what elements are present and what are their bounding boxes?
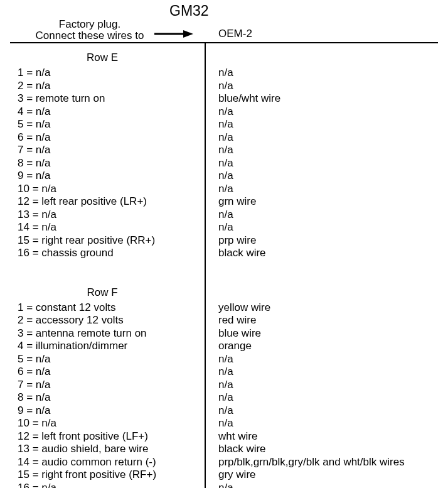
pin-description: 2 = accessory 12 volts (18, 314, 205, 327)
pin-description: 15 = right rear positive (RR+) (18, 234, 205, 247)
table-row: 16 = chassis groundblack wire (18, 247, 448, 260)
pin-description: 12 = left rear positive (LR+) (18, 195, 205, 209)
oem-value: orange (205, 340, 252, 353)
page-title: GM32 (169, 3, 209, 19)
factory-plug-label: Factory plug. Connect these wires to (24, 19, 156, 41)
oem-value: n/a (205, 353, 233, 366)
pin-description: 6 = n/a (18, 131, 205, 144)
pin-description: 1 = constant 12 volts (18, 301, 205, 315)
oem-value: n/a (205, 170, 233, 183)
table-row: 10 = n/an/a (18, 417, 448, 430)
table-row: 8 = n/an/a (18, 157, 448, 170)
table-row: 1 = n/an/a (18, 67, 448, 80)
oem-value: n/a (205, 80, 233, 93)
oem-value: wht wire (205, 430, 257, 443)
pin-description: 7 = n/a (18, 144, 205, 157)
table-row: 14 = audio common return (-)prp/blk,grn/… (18, 456, 448, 469)
pin-description: 14 = audio common return (-) (18, 456, 205, 469)
oem-value: n/a (205, 157, 233, 170)
table-row: 12 = left front positive (LF+)wht wire (18, 430, 448, 443)
pin-description: 16 = chassis ground (18, 247, 205, 260)
oem-value: blue wire (205, 327, 261, 340)
table-row: 6 = n/an/a (18, 366, 448, 379)
oem-value: black wire (205, 443, 266, 456)
factory-line1: Factory plug. (59, 18, 120, 30)
pin-description: 15 = right front positive (RF+) (18, 469, 205, 482)
oem-value: n/a (205, 379, 233, 392)
pin-description: 8 = n/a (18, 157, 205, 170)
table-row: 15 = right front positive (RF+)gry wire (18, 469, 448, 482)
table-row: 15 = right rear positive (RR+)prp wire (18, 234, 448, 247)
pin-description: 10 = n/a (18, 417, 205, 430)
table-row: 14 = n/an/a (18, 221, 448, 234)
table-row: 4 = n/an/a (18, 106, 448, 119)
pin-description: 3 = antenna remote turn on (18, 327, 205, 340)
pin-description: 16 = n/a (18, 482, 205, 489)
pin-description: 13 = audio shield, bare wire (18, 443, 205, 456)
table-row: 5 = n/an/a (18, 118, 448, 131)
pin-description: 14 = n/a (18, 221, 205, 234)
oem-value: n/a (205, 417, 233, 430)
oem-value: n/a (205, 404, 233, 418)
table-row: 16 = n/an/a (18, 482, 448, 489)
oem-value: n/a (205, 482, 233, 489)
oem-value: gry wire (205, 469, 256, 482)
arrow-right-icon (154, 29, 193, 41)
table-row: 4 = illumination/dimmerorange (18, 340, 448, 353)
oem-column-label: OEM-2 (218, 28, 252, 40)
pin-description: 13 = n/a (18, 209, 205, 222)
table-row: 12 = left rear positive (LR+)grn wire (18, 195, 448, 209)
oem-value: yellow wire (205, 301, 270, 315)
pin-description: 8 = n/a (18, 391, 205, 404)
section-heading: Row E (0, 48, 205, 67)
pin-description: 2 = n/a (18, 80, 205, 93)
oem-value: n/a (205, 221, 233, 234)
table-row: 9 = n/an/a (18, 170, 448, 183)
oem-value: red wire (205, 314, 256, 327)
section-row-e: Row E 1 = n/an/a2 = n/an/a3 = remote tur… (0, 43, 448, 260)
table-row: 6 = n/an/a (18, 131, 448, 144)
oem-value: n/a (205, 209, 233, 222)
table-row: 10 = n/an/a (18, 183, 448, 196)
pin-description: 9 = n/a (18, 170, 205, 183)
oem-value: n/a (205, 144, 233, 157)
table-row: 3 = antenna remote turn onblue wire (18, 327, 448, 340)
table-row: 7 = n/an/a (18, 379, 448, 392)
oem-value: n/a (205, 391, 233, 404)
pin-description: 12 = left front positive (LF+) (18, 430, 205, 443)
oem-value: n/a (205, 366, 233, 379)
factory-line2: Connect these wires to (36, 30, 144, 41)
oem-value: n/a (205, 118, 233, 131)
oem-value: prp wire (205, 234, 256, 247)
oem-value: prp/blk,grn/blk,gry/blk and wht/blk wire… (205, 456, 405, 469)
table-row: 8 = n/an/a (18, 391, 448, 404)
oem-value: grn wire (205, 195, 256, 209)
table-row: 9 = n/an/a (18, 404, 448, 418)
pin-description: 9 = n/a (18, 404, 205, 418)
section-heading: Row F (0, 283, 205, 301)
table-row: 1 = constant 12 voltsyellow wire (18, 301, 448, 315)
pin-description: 10 = n/a (18, 183, 205, 196)
pin-description: 4 = n/a (18, 106, 205, 119)
table-row: 7 = n/an/a (18, 144, 448, 157)
oem-value: n/a (205, 67, 233, 80)
oem-value: n/a (205, 183, 233, 196)
pin-description: 5 = n/a (18, 118, 205, 131)
svg-marker-1 (183, 30, 193, 38)
pin-description: 1 = n/a (18, 67, 205, 80)
pin-description: 5 = n/a (18, 353, 205, 366)
table-row: 3 = remote turn onblue/wht wire (18, 92, 448, 106)
table-row: 5 = n/an/a (18, 353, 448, 366)
pin-description: 7 = n/a (18, 379, 205, 392)
table-row: 13 = n/an/a (18, 209, 448, 222)
section-row-f: Row F 1 = constant 12 voltsyellow wire2 … (0, 278, 448, 489)
table-row: 13 = audio shield, bare wireblack wire (18, 443, 448, 456)
oem-value: n/a (205, 106, 233, 119)
table-row: 2 = n/an/a (18, 80, 448, 93)
oem-value: black wire (205, 247, 266, 260)
pin-description: 4 = illumination/dimmer (18, 340, 205, 353)
oem-value: n/a (205, 131, 233, 144)
oem-value: blue/wht wire (205, 92, 280, 106)
table-row: 2 = accessory 12 voltsred wire (18, 314, 448, 327)
pin-description: 3 = remote turn on (18, 92, 205, 106)
